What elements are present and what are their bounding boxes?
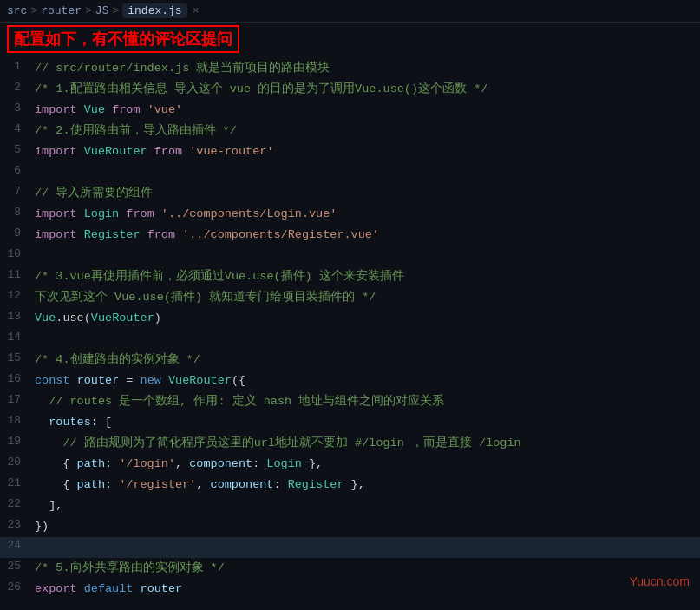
token: : <box>273 478 287 491</box>
line-content: const router = new VueRouter({ <box>31 371 700 390</box>
table-row: 9import Register from '../components/Reg… <box>0 225 700 246</box>
line-content: 下次见到这个 Vue.use(插件) 就知道专门给项目装插件的 */ <box>31 288 700 307</box>
line-number: 16 <box>0 371 31 385</box>
table-row: 15/* 4.创建路由的实例对象 */ <box>0 350 700 371</box>
token: /* 1.配置路由相关信息 导入这个 vue 的目的是为了调用Vue.use()… <box>35 82 487 95</box>
line-number: 19 <box>0 434 31 448</box>
token: new <box>141 374 161 387</box>
table-row: 10 <box>0 246 700 266</box>
token <box>141 103 147 116</box>
token: ({ <box>232 374 245 387</box>
line-number: 3 <box>0 101 31 115</box>
table-row: 12下次见到这个 Vue.use(插件) 就知道专门给项目装插件的 */ <box>0 287 700 308</box>
token: from <box>154 145 182 158</box>
line-number: 25 <box>0 559 31 573</box>
line-number: 8 <box>0 205 31 219</box>
sep1: > <box>30 4 37 17</box>
token <box>147 145 154 158</box>
token: Vue <box>35 312 56 325</box>
token: : <box>105 478 119 491</box>
line-content: // routes 是一个数组, 作用: 定义 hash 地址与组件之间的对应关… <box>31 392 700 411</box>
line-content: Vue.use(VueRouter) <box>31 309 700 328</box>
table-row: 19 // 路由规则为了简化程序员这里的url地址就不要加 #/login ，而… <box>0 433 700 454</box>
line-content: { path: '/register', component: Register… <box>31 476 700 495</box>
table-row: 4/* 2.使用路由前，导入路由插件 */ <box>0 121 700 141</box>
line-content: import Vue from 'vue' <box>31 101 700 120</box>
line-number: 11 <box>0 267 31 281</box>
line-content: // 路由规则为了简化程序员这里的url地址就不要加 #/login ，而是直接… <box>31 434 700 453</box>
token: }, <box>343 478 364 491</box>
token: }, <box>302 457 323 470</box>
table-row: 14 <box>0 329 700 350</box>
token: '/register' <box>119 478 196 491</box>
token: Login <box>84 207 120 220</box>
token: // 路由规则为了简化程序员这里的url地址就不要加 #/login ，而是直接… <box>35 436 521 449</box>
token: path <box>77 478 105 491</box>
line-content: import VueRouter from 'vue-router' <box>31 142 700 161</box>
token: ], <box>35 499 62 512</box>
token: import <box>35 145 77 158</box>
token <box>70 374 77 387</box>
line-content <box>31 538 700 557</box>
token: import <box>35 228 77 241</box>
breadcrumb-bar: src > router > JS > index.js × <box>0 0 700 23</box>
token: router <box>141 582 183 595</box>
token: '../components/Login.vue' <box>161 207 337 220</box>
table-row: 7// 导入所需要的组件 <box>0 183 700 204</box>
token: Vue <box>84 103 105 116</box>
token: routes <box>49 416 91 429</box>
breadcrumb-close: × <box>193 4 200 17</box>
token: /* 4.创建路由的实例对象 */ <box>35 353 200 366</box>
table-row: 18 routes: [ <box>0 412 700 433</box>
line-number: 4 <box>0 121 31 135</box>
table-row: 21 { path: '/register', component: Regis… <box>0 475 700 495</box>
line-number: 21 <box>0 476 31 489</box>
table-row: 20 { path: '/login', component: Login }, <box>0 454 700 475</box>
line-number: 13 <box>0 309 31 323</box>
table-row: 3import Vue from 'vue' <box>0 100 700 121</box>
token: Register <box>84 228 141 241</box>
line-content: /* 4.创建路由的实例对象 */ <box>31 351 700 370</box>
token <box>77 228 84 241</box>
watermark: Yuucn.com <box>630 574 690 588</box>
sep3: > <box>112 4 119 17</box>
breadcrumb-router: router <box>41 4 82 17</box>
token: }) <box>35 520 49 533</box>
line-content: // 导入所需要的组件 <box>31 184 700 203</box>
line-number: 12 <box>0 288 31 302</box>
line-content: /* 3.vue再使用插件前，必须通过Vue.use(插件) 这个来安装插件 <box>31 267 700 286</box>
token: VueRouter <box>84 145 147 158</box>
table-row: 25/* 5.向外共享路由的实例对象 */ <box>0 558 700 579</box>
line-number: 1 <box>0 59 31 73</box>
line-content <box>31 163 700 182</box>
line-content: /* 5.向外共享路由的实例对象 */ <box>31 559 700 578</box>
token: /* 5.向外共享路由的实例对象 */ <box>35 561 225 574</box>
token: component <box>211 478 274 491</box>
token: Register <box>288 478 344 491</box>
line-content: // src/router/index.js 就是当前项目的路由模块 <box>31 59 700 78</box>
token: // routes 是一个数组, 作用: 定义 hash 地址与组件之间的对应关… <box>35 395 444 408</box>
token: /* 2.使用路由前，导入路由插件 */ <box>35 124 237 137</box>
page-title: 配置如下，有不懂的评论区提问 <box>7 25 239 53</box>
line-content: export default router <box>31 580 700 599</box>
line-number: 17 <box>0 392 31 406</box>
token <box>141 228 147 241</box>
line-number: 18 <box>0 413 31 427</box>
token: : <box>252 457 266 470</box>
token <box>77 103 84 116</box>
token: path <box>77 457 105 470</box>
token: default <box>84 582 134 595</box>
token: // 导入所需要的组件 <box>35 187 153 200</box>
line-content <box>31 330 700 349</box>
table-row: 13Vue.use(VueRouter) <box>0 308 700 329</box>
token: // src/router/index.js 就是当前项目的路由模块 <box>35 62 330 75</box>
sep2: > <box>85 4 92 17</box>
token: '/login' <box>119 457 175 470</box>
token: import <box>35 103 77 116</box>
table-row: 16const router = new VueRouter({ <box>0 371 700 391</box>
token <box>105 103 112 116</box>
token: from <box>147 228 175 241</box>
editor-container[interactable]: 1// src/router/index.js 就是当前项目的路由模块2/* 1… <box>0 58 700 610</box>
table-row: 2/* 1.配置路由相关信息 导入这个 vue 的目的是为了调用Vue.use(… <box>0 79 700 100</box>
code-lines: 1// src/router/index.js 就是当前项目的路由模块2/* 1… <box>0 58 700 600</box>
